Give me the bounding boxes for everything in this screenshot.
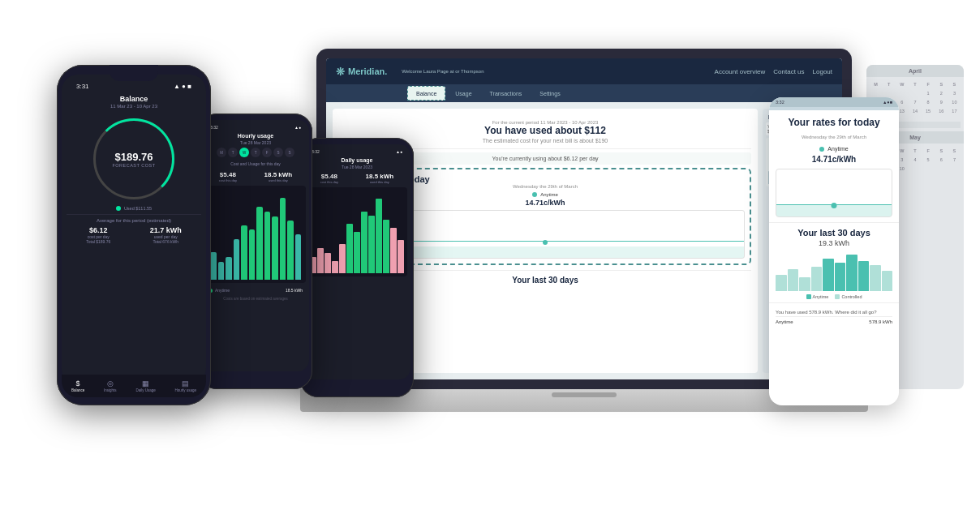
phone-main-body: 3:31 ▲ ● ■ Balance 11 Mar 23 - 10 Apr 23… (57, 65, 211, 405)
ph-time: 3:32 (210, 125, 218, 130)
ph-icons: ▲● (294, 125, 301, 130)
pm-time: 3:32 (776, 100, 784, 105)
pd-chart (307, 187, 407, 276)
cal-h: T (909, 80, 921, 88)
ph-chart (205, 186, 306, 283)
bar (226, 257, 232, 280)
insights-icon: ◎ (107, 379, 114, 384)
bar (295, 234, 302, 280)
pd-icons: ▲● (396, 149, 402, 154)
cal-h: F (922, 80, 935, 88)
pm-rate-value: 14.71c/kWh (769, 155, 899, 164)
cal-d: 8 (922, 98, 935, 106)
ph-week: M T W T F S S (205, 148, 306, 157)
day-F: F (262, 148, 272, 157)
tab-settings[interactable]: Settings (531, 86, 568, 101)
cal-d: 1 (922, 89, 935, 97)
pm-anytime-row: Anytime 578.9 kWh (776, 316, 892, 327)
cal-d: 16 (935, 107, 948, 115)
bar (218, 262, 225, 280)
day-M: M (217, 148, 226, 157)
nav-daily[interactable]: ▦ Daily Usage (135, 379, 155, 384)
nav-balance[interactable]: $ Balance (71, 379, 84, 384)
phone-main-header: Balance 11 Mar 23 - 10 Apr 23 (67, 92, 201, 112)
pm-signal: ▲●■ (883, 100, 892, 105)
anytime-row: Anytime 18.5 kWh (205, 286, 306, 294)
rate-dot (532, 192, 537, 197)
pd-bar (390, 228, 397, 273)
pm-mini-bar (799, 277, 810, 292)
phone-hourly-body: 3:32 ▲● Hourly usage Tue 28 Mar 2023 M T… (199, 114, 312, 389)
hourly-kwh-label: used this day (264, 178, 293, 182)
account-link[interactable]: Account overview (715, 68, 766, 75)
cal-h: T (883, 80, 895, 88)
cal-d: 14 (909, 107, 921, 115)
phone-notch (110, 65, 158, 81)
day-W: W (239, 148, 249, 157)
cal-h2: S (948, 147, 961, 155)
phone-hourly-screen: 3:32 ▲● Hourly usage Tue 28 Mar 2023 M T… (202, 120, 309, 371)
anytime-value: 578.9 kWh (869, 319, 892, 324)
used-dot (116, 206, 121, 211)
cal-d: 2 (935, 89, 948, 97)
pm-status: 3:32 ▲●■ (769, 97, 899, 107)
pm-last30: Your last 30 days 19.3 kWh Anytime (769, 222, 899, 302)
welcome-text: Welcome Laura Page at or Thompson (402, 69, 484, 74)
nav-hourly[interactable]: ▤ Hourly usage (175, 379, 197, 384)
used-bar: Used $111.55 (67, 206, 201, 211)
phone-date-range: 11 Mar 23 - 10 Apr 23 (67, 104, 201, 109)
logout-link[interactable]: Logout (813, 68, 832, 75)
daily-kwh-value: 21.7 kWh (150, 226, 182, 234)
pm-last30-kwh: 19.3 kWh (776, 239, 892, 247)
ph-title: Hourly usage (205, 131, 306, 140)
pm-mini-bar (846, 255, 858, 291)
main-scene: ❊ Meridian. Welcome Laura Page at or Tho… (0, 0, 980, 527)
pd-status: 3:32 ▲● (307, 148, 407, 156)
cal-april: April (866, 65, 964, 77)
cal-d: 17 (948, 107, 961, 115)
balance-amount: $189.76 (115, 151, 153, 163)
ph-date: Tue 28 Mar 2023 (205, 140, 306, 145)
bar (280, 198, 286, 280)
cal-d2: 4 (909, 156, 921, 164)
balance-icon: $ (76, 379, 80, 384)
daily-kwh-l: used this day (366, 180, 394, 184)
ph-cost-row: $5.48 cost this day 18.5 kWh used this d… (205, 171, 306, 182)
phone-main: 3:31 ▲ ● ■ Balance 11 Mar 23 - 10 Apr 23… (57, 65, 211, 405)
pm-chart (776, 169, 892, 217)
pm-mini-bar (788, 269, 799, 292)
tab-transactions[interactable]: Transactions (482, 86, 531, 101)
bar (234, 239, 240, 280)
cal-h: W (896, 80, 908, 88)
type-label: Anytime (215, 288, 230, 293)
tab-usage[interactable]: Usage (447, 86, 479, 101)
cal-h: M (870, 80, 882, 88)
cal-d: 3 (948, 89, 961, 97)
pd-date: Tue 28 Mar 2023 (307, 165, 407, 169)
cal-d (909, 89, 921, 97)
daily-icon: ▦ (142, 379, 149, 384)
daily-cost-l: cost this day (320, 180, 338, 184)
pd-bar (354, 232, 360, 273)
legend-anytime: Anytime (806, 294, 829, 299)
main-title: You have used about $112 (339, 125, 751, 136)
pd-bar (346, 224, 353, 273)
tab-balance[interactable]: Balance (407, 86, 445, 101)
status-icons: ▲ ● ■ (174, 83, 191, 90)
pm-mini-bar (776, 275, 787, 291)
bar (256, 207, 263, 280)
day-T2: T (251, 148, 260, 157)
pd-title: Daily usage (307, 156, 407, 165)
bar (249, 229, 256, 280)
pd-bar (376, 199, 382, 273)
laptop-nav: ❊ Meridian. Welcome Laura Page at or Tho… (326, 58, 842, 84)
cal-d (870, 89, 882, 97)
pd-bar (325, 253, 331, 274)
cal-d (883, 89, 895, 97)
pm-mini-bar (811, 267, 823, 291)
contact-link[interactable]: Contact us (773, 68, 804, 75)
daily-kwh-v: 18.5 kWh (366, 173, 394, 180)
nav-insights[interactable]: ◎ Insights (104, 379, 117, 384)
cal-d: 9 (935, 98, 948, 106)
pd-bar (332, 261, 338, 273)
